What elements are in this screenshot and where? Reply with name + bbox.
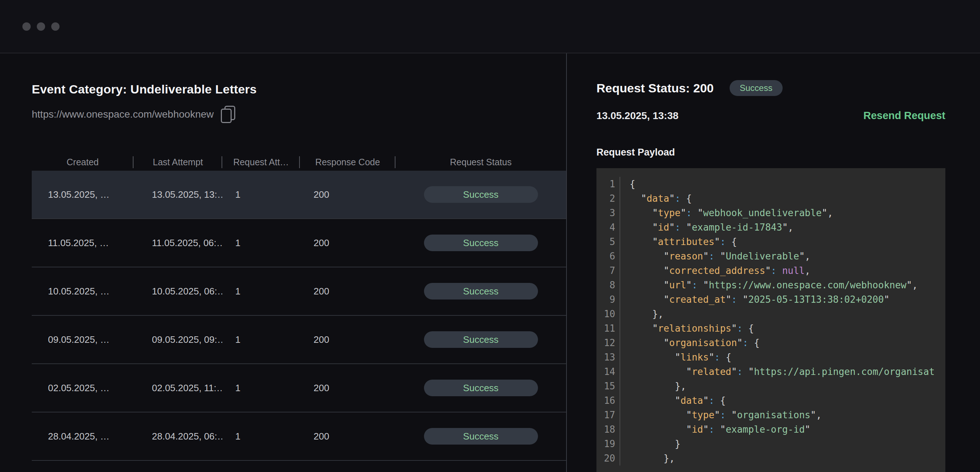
code-text: "id": "example-org-id" bbox=[619, 422, 945, 437]
status-badge: Success bbox=[424, 235, 538, 251]
cell-request-status: Success bbox=[396, 380, 566, 396]
line-number: 2 bbox=[597, 191, 615, 206]
line-number: 19 bbox=[597, 437, 615, 451]
cell-response-code: 200 bbox=[300, 189, 396, 200]
request-status-title: Request Status: 200 bbox=[597, 81, 714, 95]
cell-created: 02.05.2025, … bbox=[32, 383, 134, 394]
cell-response-code: 200 bbox=[300, 383, 396, 394]
table-row[interactable]: 11.05.2025, …11.05.2025, 06:…1200Success bbox=[32, 219, 566, 267]
cell-last-attempt: 11.05.2025, 06:… bbox=[134, 237, 222, 249]
cell-last-attempt: 02.05.2025, 11:… bbox=[134, 383, 222, 394]
cell-created: 28.04.2025, … bbox=[32, 431, 134, 442]
code-text: "organisation": { bbox=[619, 335, 945, 350]
code-text: }, bbox=[619, 451, 945, 466]
window-dot-icon[interactable] bbox=[51, 22, 59, 31]
line-number: 13 bbox=[597, 350, 615, 364]
code-line: 19 } bbox=[597, 437, 945, 451]
table-row[interactable]: 10.05.2025, …10.05.2025, 06:…1200Success bbox=[32, 267, 566, 316]
table-row[interactable]: 28.04.2025, …28.04.2025, 06:…1200Success bbox=[32, 412, 566, 461]
code-text: "related": "https://api.pingen.com/organ… bbox=[619, 364, 945, 379]
table-row[interactable]: 09.05.2025, …09.05.2025, 09:…1200Success bbox=[32, 316, 566, 364]
code-line: 1{ bbox=[597, 177, 945, 191]
code-line: 9 "created_at": "2025-05-13T13:38:02+020… bbox=[597, 292, 945, 307]
line-number: 6 bbox=[597, 249, 615, 264]
code-text: "type": "webhook_undeliverable", bbox=[619, 206, 945, 220]
webhook-url: https://www.onespace.com/webhooknew bbox=[32, 109, 213, 120]
cell-response-code: 200 bbox=[300, 334, 396, 345]
copy-icon[interactable] bbox=[221, 106, 235, 123]
cell-request-attempts: 1 bbox=[222, 383, 300, 394]
cell-request-status: Success bbox=[396, 331, 566, 348]
page-title: Event Category: Undeliverable Letters bbox=[32, 82, 566, 96]
line-number: 12 bbox=[597, 335, 615, 350]
code-text: } bbox=[619, 437, 945, 451]
cell-request-status: Success bbox=[396, 186, 566, 203]
cell-request-attempts: 1 bbox=[222, 431, 300, 442]
code-line: 13 "links": { bbox=[597, 350, 945, 364]
requests-table-header: Created Last Attempt Request Att… Respon… bbox=[32, 153, 566, 171]
line-number: 8 bbox=[597, 278, 615, 292]
column-header-created: Created bbox=[32, 157, 134, 167]
line-number: 14 bbox=[597, 364, 615, 379]
code-line: 7 "corrected_address": null, bbox=[597, 264, 945, 278]
payload-title: Request Payload bbox=[597, 147, 980, 158]
status-badge: Success bbox=[424, 380, 538, 396]
cell-created: 09.05.2025, … bbox=[32, 334, 134, 345]
window-dot-icon[interactable] bbox=[37, 22, 45, 31]
code-line: 6 "reason": "Undeliverable", bbox=[597, 249, 945, 264]
table-row[interactable]: Success bbox=[32, 461, 566, 472]
request-meta-row: 13.05.2025, 13:38 Resend Request bbox=[597, 110, 945, 122]
code-text: "relationships": { bbox=[619, 321, 945, 335]
table-row[interactable]: 13.05.2025, …13.05.2025, 13:…1200Success bbox=[32, 171, 566, 219]
cell-request-attempts: 1 bbox=[222, 237, 300, 249]
request-detail-panel: Request Status: 200 Success 13.05.2025, … bbox=[567, 53, 980, 472]
code-text: "id": "example-id-17843", bbox=[619, 220, 945, 235]
cell-created: 10.05.2025, … bbox=[32, 286, 134, 297]
column-header-response-code: Response Code bbox=[300, 157, 396, 167]
line-number: 16 bbox=[597, 393, 615, 408]
line-number: 15 bbox=[597, 379, 615, 393]
code-line: 15 }, bbox=[597, 379, 945, 393]
code-text: "links": { bbox=[619, 350, 945, 364]
cell-last-attempt: 10.05.2025, 06:… bbox=[134, 286, 222, 297]
line-number: 7 bbox=[597, 264, 615, 278]
cell-created: 11.05.2025, … bbox=[32, 237, 134, 249]
window-dot-icon[interactable] bbox=[22, 22, 31, 31]
cell-last-attempt: 28.04.2025, 06:… bbox=[134, 431, 222, 442]
cell-request-status: Success bbox=[396, 428, 566, 445]
line-number: 9 bbox=[597, 292, 615, 307]
code-text: }, bbox=[619, 379, 945, 393]
code-text: "reason": "Undeliverable", bbox=[619, 249, 945, 264]
requests-table: Created Last Attempt Request Att… Respon… bbox=[32, 153, 566, 472]
column-header-last-attempt: Last Attempt bbox=[134, 157, 222, 167]
cell-last-attempt: 09.05.2025, 09:… bbox=[134, 334, 222, 345]
column-header-request-status: Request Status bbox=[396, 157, 566, 167]
status-badge: Success bbox=[424, 331, 538, 348]
line-number: 1 bbox=[597, 177, 615, 191]
request-timestamp: 13.05.2025, 13:38 bbox=[597, 110, 678, 122]
resend-request-button[interactable]: Resend Request bbox=[864, 110, 945, 122]
status-badge: Success bbox=[424, 428, 538, 445]
code-line: 16 "data": { bbox=[597, 393, 945, 408]
code-line: 4 "id": "example-id-17843", bbox=[597, 220, 945, 235]
code-text: "type": "organisations", bbox=[619, 408, 945, 422]
status-badge: Success bbox=[424, 283, 538, 299]
code-line: 18 "id": "example-org-id" bbox=[597, 422, 945, 437]
line-number: 20 bbox=[597, 451, 615, 466]
code-text: }, bbox=[619, 307, 945, 321]
window-titlebar bbox=[0, 0, 980, 53]
app-window: Event Category: Undeliverable Letters ht… bbox=[0, 0, 980, 472]
cell-request-attempts: 1 bbox=[222, 189, 300, 200]
code-text: "attributes": { bbox=[619, 235, 945, 249]
code-text: { bbox=[619, 177, 945, 191]
request-status-row: Request Status: 200 Success bbox=[597, 80, 980, 96]
line-number: 5 bbox=[597, 235, 615, 249]
requests-table-body: 13.05.2025, …13.05.2025, 13:…1200Success… bbox=[32, 171, 566, 472]
table-row[interactable]: 02.05.2025, …02.05.2025, 11:…1200Success bbox=[32, 364, 566, 412]
payload-code-viewer[interactable]: 1{2 "data": {3 "type": "webhook_undelive… bbox=[597, 168, 945, 472]
cell-request-attempts: 1 bbox=[222, 286, 300, 297]
cell-request-status: Success bbox=[396, 283, 566, 299]
line-number: 4 bbox=[597, 220, 615, 235]
window-controls bbox=[22, 22, 59, 31]
cell-request-attempts: 1 bbox=[222, 334, 300, 345]
